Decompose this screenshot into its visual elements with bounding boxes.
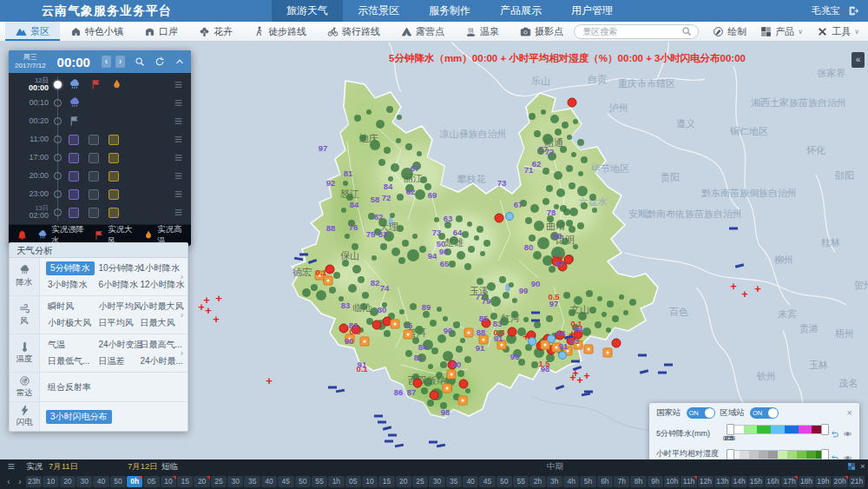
- station-dot[interactable]: [415, 189, 425, 200]
- timeline-node[interactable]: [54, 172, 62, 180]
- station-dot[interactable]: [410, 303, 417, 310]
- station-dot[interactable]: [595, 321, 602, 328]
- analysis-option[interactable]: 日最低气...: [46, 354, 91, 368]
- station-dot[interactable]: [333, 272, 340, 279]
- station-dot[interactable]: [397, 115, 402, 120]
- time-cell-2h[interactable]: 2h: [529, 476, 545, 487]
- blue-station-dot[interactable]: [505, 212, 514, 221]
- station-dot[interactable]: [428, 364, 433, 369]
- timeline-grid-icon[interactable]: [847, 462, 856, 471]
- station-dot[interactable]: [443, 316, 448, 321]
- time-cell-16h[interactable]: 16h: [765, 476, 780, 487]
- station-dot[interactable]: [405, 143, 412, 150]
- station-dot[interactable]: [358, 276, 365, 283]
- time-cell-6h[interactable]: 6h: [597, 476, 613, 487]
- station-dot[interactable]: [398, 257, 405, 264]
- station-dot[interactable]: [533, 251, 542, 260]
- station-dot[interactable]: [415, 326, 424, 334]
- time-cell-20[interactable]: 20: [60, 476, 76, 487]
- time-cell-20[interactable]: 20: [194, 476, 209, 487]
- top-nav-item[interactable]: 服务制作: [414, 0, 485, 22]
- station-dot[interactable]: [542, 198, 549, 205]
- station-dot[interactable]: [477, 226, 483, 233]
- station-dot[interactable]: [586, 290, 593, 297]
- time-cell-10[interactable]: 10: [43, 476, 58, 487]
- station-dot[interactable]: [560, 205, 567, 212]
- station-dot[interactable]: [402, 240, 409, 247]
- station-dot[interactable]: [360, 303, 367, 310]
- undo-icon[interactable]: [830, 429, 839, 439]
- station-dot[interactable]: [391, 163, 399, 172]
- time-cell-8h[interactable]: 8h: [630, 476, 646, 487]
- time-cell-0h[interactable]: 0h: [127, 476, 142, 487]
- logout-icon[interactable]: [848, 5, 859, 17]
- scenic-spot-icon[interactable]: [360, 337, 370, 347]
- date-label-2[interactable]: 7月12日: [128, 461, 158, 472]
- category-景区[interactable]: 景区: [5, 22, 60, 41]
- analysis-option[interactable]: 6小时降水: [97, 278, 141, 292]
- station-dot[interactable]: [467, 221, 472, 227]
- station-dot[interactable]: [464, 263, 471, 270]
- timeline-node[interactable]: [54, 135, 62, 143]
- station-dot[interactable]: [341, 208, 346, 213]
- station-dot[interactable]: [577, 222, 584, 229]
- row-list-icon[interactable]: [174, 77, 183, 93]
- station-dot[interactable]: [457, 251, 465, 260]
- time-cell-45[interactable]: 45: [479, 476, 495, 487]
- station-dot[interactable]: [602, 312, 607, 317]
- time-cell-35[interactable]: 35: [446, 476, 462, 487]
- station-dot[interactable]: [534, 221, 544, 231]
- station-dot[interactable]: [529, 113, 536, 120]
- row-list-icon[interactable]: [174, 132, 183, 148]
- timeline-node[interactable]: [54, 81, 62, 89]
- station-dot[interactable]: [352, 265, 361, 274]
- station-dot[interactable]: [487, 282, 496, 291]
- station-dot[interactable]: [525, 217, 532, 224]
- station-dot[interactable]: [423, 311, 430, 318]
- station-dot[interactable]: [457, 370, 464, 377]
- category-徒步路线[interactable]: 徒步路线: [243, 22, 317, 41]
- station-dot[interactable]: [542, 134, 553, 144]
- station-dot[interactable]: [352, 243, 358, 250]
- station-dot[interactable]: [396, 138, 401, 143]
- station-dot[interactable]: [366, 109, 372, 115]
- blue-station-dot[interactable]: [547, 334, 556, 343]
- station-dot[interactable]: [477, 278, 483, 285]
- station-dot[interactable]: [490, 296, 501, 307]
- station-dot[interactable]: [397, 225, 404, 232]
- analysis-option[interactable]: 日最大风: [139, 316, 177, 330]
- station-dot[interactable]: [537, 237, 549, 249]
- station-dot[interactable]: [589, 194, 596, 201]
- rain-station-dot[interactable]: [459, 380, 469, 389]
- station-dot[interactable]: [562, 122, 569, 129]
- time-cell-11h[interactable]: 11h: [681, 476, 696, 487]
- station-dot[interactable]: [450, 236, 458, 245]
- time-row[interactable]: 00:20: [9, 112, 191, 130]
- top-nav-item[interactable]: 产品展示: [485, 0, 556, 22]
- eye-icon[interactable]: [843, 429, 852, 439]
- station-dot[interactable]: [529, 235, 536, 241]
- time-cell-10[interactable]: 10: [362, 476, 378, 487]
- time-cell-50[interactable]: 50: [496, 476, 512, 487]
- station-dot[interactable]: [607, 301, 614, 307]
- scenic-spot-icon[interactable]: [464, 328, 474, 338]
- color-scale-bar[interactable]: 0.10.250.52.557.5: [729, 425, 826, 442]
- station-dot[interactable]: [440, 361, 447, 368]
- chevron-right-icon[interactable]: ›: [176, 334, 187, 372]
- row-list-icon[interactable]: [174, 187, 183, 202]
- station-dot[interactable]: [474, 235, 479, 241]
- analysis-option[interactable]: 气温: [46, 338, 67, 352]
- station-dot[interactable]: [431, 347, 438, 354]
- close-icon[interactable]: ×: [847, 408, 852, 418]
- station-dot[interactable]: [419, 246, 426, 253]
- analysis-option[interactable]: 瞬时风: [46, 300, 76, 314]
- station-dot[interactable]: [354, 115, 361, 122]
- time-cell-3h[interactable]: 3h: [547, 476, 562, 487]
- time-cell-23h[interactable]: 23h: [26, 476, 42, 487]
- station-dot[interactable]: [592, 208, 597, 213]
- station-dot[interactable]: [348, 284, 357, 293]
- time-cell-25[interactable]: 25: [211, 476, 227, 487]
- station-dot[interactable]: [380, 243, 387, 250]
- time-cell-4h[interactable]: 4h: [563, 476, 579, 487]
- station-dot[interactable]: [556, 188, 565, 197]
